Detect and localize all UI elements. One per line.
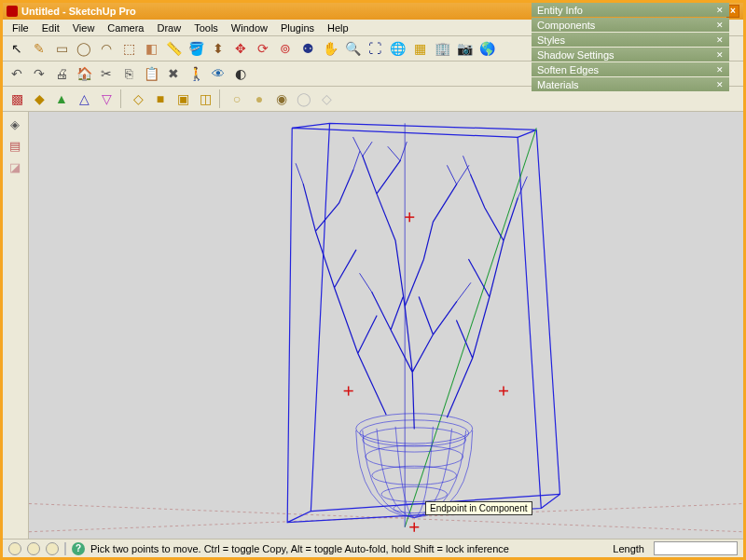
paste-tool[interactable]: 📋 [141,63,161,84]
render-5[interactable]: ◇ [316,89,337,109]
offset-tool[interactable]: ⊚ [275,38,296,59]
sandbox-5[interactable]: ▽ [96,89,117,109]
close-icon[interactable]: ✕ [716,20,724,30]
erase-tool[interactable]: ✖ [163,63,184,84]
eraser-tool[interactable]: ◧ [141,38,161,59]
arc-tool[interactable]: ◠ [96,38,117,59]
panel-shadow-settings[interactable]: Shadow Settings✕ [532,48,729,61]
menu-window[interactable]: Window [226,21,273,34]
inference-tooltip: Endpoint in Component [425,501,532,515]
panel-components[interactable]: Components✕ [532,18,729,32]
side-tray: ◈▤◪ [3,112,29,539]
svg-line-14 [400,142,407,160]
redo-tool[interactable]: ↷ [29,63,49,84]
close-icon[interactable]: ✕ [716,80,724,89]
style-right[interactable]: ◫ [195,89,215,109]
menu-view[interactable]: View [67,21,101,34]
style-iso[interactable]: ◇ [128,89,148,109]
panel-styles[interactable]: Styles✕ [532,33,729,47]
panel-tray: Entity Info✕ Components✕ Styles✕ Shadow … [532,3,729,91]
status-signin-icon[interactable] [46,542,59,555]
style-front[interactable]: ▣ [173,89,193,109]
scene-svg [29,112,743,539]
shadows-icon[interactable]: ◪ [6,157,24,176]
status-bar: ? Pick two points to move. Ctrl = toggle… [3,539,743,557]
look-around-tool[interactable]: 👁 [208,63,228,84]
zoom-extents-tool[interactable]: ⛶ [365,38,385,59]
paint-bucket-tool[interactable]: 🪣 [186,38,206,59]
orbit-tool[interactable]: ⚉ [297,38,318,59]
length-label: Length [613,543,644,554]
sandbox-2[interactable]: ◆ [29,89,49,109]
rotate-tool[interactable]: ⟳ [253,38,273,59]
select-tool[interactable]: ↖ [7,38,27,59]
zoom-tool[interactable]: 🔍 [342,38,363,59]
render-3[interactable]: ◉ [271,89,292,109]
section-plane[interactable]: ◐ [230,63,251,84]
photo-textures[interactable]: 📷 [454,38,475,59]
close-icon[interactable]: ✕ [716,50,724,60]
menu-tools[interactable]: Tools [188,21,224,34]
render-1[interactable]: ○ [227,89,247,109]
close-icon[interactable]: ✕ [716,65,724,75]
tape-measure-tool[interactable]: 📏 [163,38,184,59]
svg-line-23 [457,283,471,302]
svg-line-18 [296,164,303,184]
svg-line-12 [353,137,363,156]
render-4[interactable]: ◯ [294,89,314,109]
walk-tool[interactable]: 🚶 [186,63,206,84]
svg-line-22 [360,274,372,293]
preview-ge[interactable]: 🌎 [477,38,497,59]
menu-camera[interactable]: Camera [102,21,149,34]
model-info[interactable]: 🏠 [74,63,94,84]
line-tool[interactable]: ✎ [29,38,49,59]
status-geo-icon[interactable] [8,542,21,555]
status-hint: Pick two points to move. Ctrl = toggle C… [90,543,509,554]
style-top[interactable]: ■ [150,89,171,109]
undo-tool[interactable]: ↶ [7,63,27,84]
make-component[interactable]: ⬚ [118,38,139,59]
push-pull-tool[interactable]: ⬍ [208,38,228,59]
menu-edit[interactable]: Edit [36,21,65,34]
panel-soften-edges[interactable]: Soften Edges✕ [532,62,729,76]
close-icon[interactable]: ✕ [716,6,724,15]
add-location[interactable]: 🌐 [387,38,408,59]
svg-line-16 [457,166,469,184]
move-tool[interactable]: ✥ [230,38,251,59]
rectangle-tool[interactable]: ▭ [51,38,72,59]
sandbox-4[interactable]: △ [74,89,94,109]
panel-entity-info[interactable]: Entity Info✕ [532,3,729,17]
cut-tool[interactable]: ✂ [96,63,117,84]
svg-line-13 [363,142,372,156]
workspace: ◈▤◪ [3,112,743,539]
menu-plugins[interactable]: Plugins [275,21,320,34]
render-2[interactable]: ● [249,89,269,109]
viewport-3d[interactable]: Endpoint in Component [29,112,743,539]
menu-help[interactable]: Help [322,21,354,34]
print-tool[interactable]: 🖨 [51,63,72,84]
svg-point-9 [372,466,457,485]
svg-line-3 [405,128,536,526]
svg-line-19 [353,152,360,171]
toggle-terrain[interactable]: ▦ [409,38,430,59]
circle-tool[interactable]: ◯ [74,38,94,59]
panel-materials[interactable]: Materials✕ [532,77,729,91]
help-icon[interactable]: ? [72,542,85,555]
sandbox-1[interactable]: ▩ [7,89,27,109]
sandbox-3[interactable]: ▲ [51,89,72,109]
svg-line-17 [448,166,457,184]
menu-draw[interactable]: Draw [151,21,186,34]
status-credits-icon[interactable] [27,542,40,555]
pan-tool[interactable]: ✋ [320,38,340,59]
svg-line-15 [388,147,400,161]
copy-tool[interactable]: ⎘ [118,63,139,84]
window-title: Untitled - SketchUp Pro [21,6,136,17]
app-icon [7,6,18,17]
layers-icon[interactable]: ▤ [6,136,24,155]
close-icon[interactable]: ✕ [716,35,724,45]
menu-file[interactable]: File [7,21,35,34]
measurement-input[interactable] [654,541,738,555]
outliner-icon[interactable]: ◈ [6,115,24,133]
add-building[interactable]: 🏢 [432,38,452,59]
